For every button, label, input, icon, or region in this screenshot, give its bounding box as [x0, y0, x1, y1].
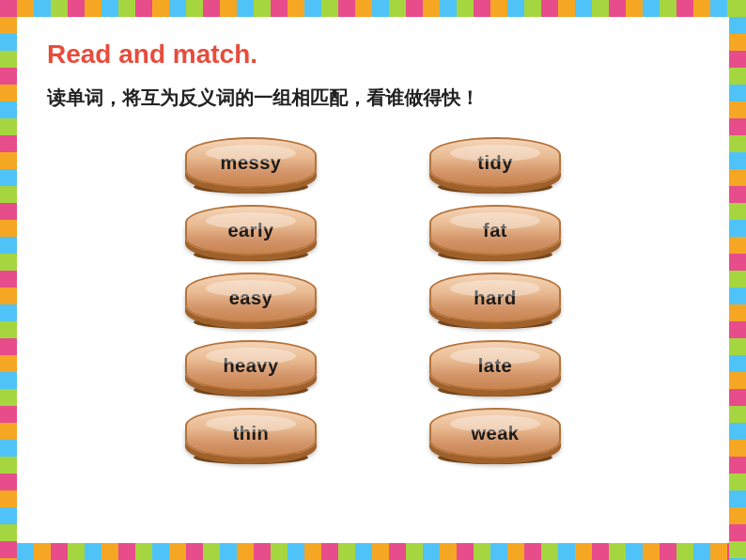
content-area: Read and match. 读单词，将互为反义词的一组相匹配，看谁做得快！ … — [17, 17, 729, 543]
border-bottom — [0, 543, 746, 560]
word-btn-messy[interactable]: messy — [185, 137, 317, 188]
word-btn-easy[interactable]: easy — [185, 272, 317, 323]
word-btn-early[interactable]: early — [185, 205, 317, 256]
word-btn-fat[interactable]: fat — [429, 205, 561, 256]
border-right — [729, 0, 746, 560]
right-column: tidyfathardlateweak — [429, 137, 561, 459]
border-left — [0, 0, 17, 560]
left-column: messyearlyeasyheavythin — [185, 137, 317, 459]
page-subtitle: 读单词，将互为反义词的一组相匹配，看谁做得快！ — [47, 85, 699, 111]
word-btn-tidy[interactable]: tidy — [429, 137, 561, 188]
word-btn-weak[interactable]: weak — [429, 408, 561, 459]
page-title: Read and match. — [47, 39, 699, 70]
word-btn-late[interactable]: late — [429, 340, 561, 391]
word-btn-thin[interactable]: thin — [185, 408, 317, 459]
border-top — [0, 0, 746, 17]
word-btn-heavy[interactable]: heavy — [185, 340, 317, 391]
words-container: messyearlyeasyheavythin tidyfathardlatew… — [47, 137, 699, 459]
word-btn-hard[interactable]: hard — [429, 272, 561, 323]
page-wrapper: Read and match. 读单词，将互为反义词的一组相匹配，看谁做得快！ … — [0, 0, 746, 560]
